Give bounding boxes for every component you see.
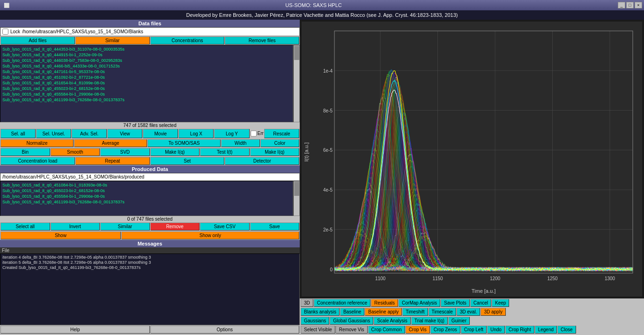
list-item[interactable]: Sub_lyso_0015_rad_It_q0_461199-bi3_76268… — [1, 199, 292, 205]
view-button[interactable]: View — [107, 129, 142, 138]
lock-checkbox[interactable] — [2, 29, 8, 35]
err-checkbox[interactable] — [251, 129, 257, 138]
3d-eval-button[interactable]: 3D eval. — [457, 308, 481, 316]
save-plots-button[interactable]: Save Plots — [441, 299, 470, 307]
list-item[interactable]: Sub_lyso_0015_rad_It_q0_447161-bi-5_9533… — [1, 69, 292, 74]
make-iq-button[interactable]: Make I(q) — [150, 148, 200, 156]
gaussians-button[interactable]: Gaussians — [301, 317, 329, 325]
remove-vis-button[interactable]: Remove Vis — [336, 326, 368, 334]
select-all-button[interactable]: Select all — [0, 223, 50, 231]
list-item[interactable]: Sub_lyso_0015_rad_It_q0_444915-bi-1_2252… — [1, 52, 292, 58]
produced-data-path-bar: /home/ultrascan/HPLC_SAXS/Lyso_15_14_SOM… — [0, 173, 300, 181]
test-it-button[interactable]: Test I(t) — [200, 148, 250, 156]
svd-button[interactable]: SVD — [100, 148, 150, 156]
sel-all-button[interactable]: Sel. all — [0, 129, 36, 138]
legend-button[interactable]: Legend — [535, 326, 557, 334]
trial-make-iq-button[interactable]: Trial make I(q) — [411, 317, 448, 325]
movie-button[interactable]: Movie — [143, 129, 178, 138]
list-item[interactable]: Sub_lyso_0015_rad_It_q0_444353-bi3_31107… — [1, 46, 292, 52]
message-line: iteration 5 delta_BI 3.76268e-08 Itot 2.… — [2, 260, 297, 265]
close-button2[interactable]: Close — [557, 326, 576, 334]
select-visible-button[interactable]: Select Visible — [301, 326, 335, 334]
blanks-analysis-button[interactable]: Blanks analysis — [301, 308, 340, 316]
minimize-button[interactable]: _ — [618, 2, 625, 8]
remove-files-button[interactable]: Remove files — [225, 37, 299, 45]
list-item[interactable]: Sub_lyso_0015_rad_It_q0_4466-bi5_44333e-… — [1, 63, 292, 69]
3d-apply-button[interactable]: 3D apply — [481, 308, 505, 316]
help-button[interactable]: Help — [0, 326, 150, 334]
data-files-path-bar: Lock /home/ultrascan/HPLC_SAXS/Lyso_15_1… — [0, 27, 300, 36]
keep-button[interactable]: Keep — [492, 299, 509, 307]
guinier-button[interactable]: Guinier — [448, 317, 470, 325]
similar2-button[interactable]: Similar — [100, 223, 150, 231]
adv-sel-button[interactable]: Adv. Sel. — [72, 129, 107, 138]
maximize-button[interactable]: □ — [626, 2, 634, 8]
timescale-button[interactable]: Timescale — [429, 308, 456, 316]
bin-button[interactable]: Bin — [0, 148, 50, 156]
err-label: Err — [258, 129, 264, 138]
concentration-reference-button[interactable]: Concentration reference — [314, 299, 370, 307]
log-x-button[interactable]: Log X — [178, 129, 214, 138]
scale-analysis-button[interactable]: Scale Analysis — [374, 317, 410, 325]
invert-button[interactable]: Invert — [51, 223, 100, 231]
messages-area: iteration 4 delta_BI 3.76268e-08 Itot 2.… — [0, 253, 300, 325]
smooth-button[interactable]: Smooth — [51, 148, 100, 156]
average-button[interactable]: Average — [74, 139, 147, 147]
right-btn-row3: Gaussians Global Gaussians Scale Analysi… — [300, 316, 644, 325]
add-files-button[interactable]: Add files — [0, 37, 75, 45]
to-somo-sas-button[interactable]: To SOMO/SAS — [148, 139, 221, 147]
list-item[interactable]: Sub_lyso_0015_rad_It_q0_451654-bi-4_8109… — [1, 80, 292, 86]
global-gaussians-button[interactable]: Global Gaussians — [330, 317, 373, 325]
right-panel: 3D Concentration reference Residuals Cor… — [300, 20, 644, 334]
data-files-btn-row1: Add files Similar Concentrations Remove … — [0, 36, 300, 45]
3d-button[interactable]: 3D — [301, 299, 313, 307]
similar-button[interactable]: Similar — [75, 37, 150, 45]
list-item[interactable]: Sub_lyso_0015_rad_It_q0_451084-bi-1_0183… — [1, 182, 292, 188]
list-item[interactable]: Sub_lyso_0015_rad_It_q0_451092-bi-2_8772… — [1, 74, 292, 80]
produced-data-list[interactable]: Sub_lyso_0015_rad_It_q0_451084-bi-1_0183… — [0, 181, 293, 216]
produced-data-header: Produced Data — [0, 165, 300, 173]
data-files-scrollbar[interactable] — [293, 45, 300, 122]
list-item[interactable]: Sub_lyso_0015_rad_It_q0_455023-bi-2_6815… — [1, 86, 292, 91]
set-button[interactable]: Set — [150, 157, 225, 165]
detector-button[interactable]: Detector — [225, 157, 299, 165]
save-csv-button[interactable]: Save CSV — [200, 223, 250, 231]
cormap-analysis-button[interactable]: CorMap Analysis — [399, 299, 440, 307]
list-item[interactable]: Sub_lyso_0015_rad_It_q0_446038-bi7_7583e… — [1, 58, 292, 63]
list-item[interactable]: Sub_lyso_0015_rad_It_q0_455584-bi-1_2990… — [1, 91, 292, 97]
undo-button[interactable]: Undo — [487, 326, 505, 334]
color-button[interactable]: Color — [260, 139, 299, 147]
save-button[interactable]: Save — [250, 223, 300, 231]
concentrations-button[interactable]: Concentrations — [150, 37, 225, 45]
make-iq2-button[interactable]: Make I(q) — [250, 148, 300, 156]
crop-left-button[interactable]: Crop Left — [461, 326, 487, 334]
crop-vis-button[interactable]: Crop Vis — [406, 326, 430, 334]
data-files-list[interactable]: Sub_lyso_0015_rad_It_q0_444353-bi3_31107… — [0, 45, 293, 122]
crop-common-button[interactable]: Crop Common — [368, 326, 405, 334]
crop-right-button[interactable]: Crop Right — [505, 326, 534, 334]
baseline-button[interactable]: Baseline — [340, 308, 364, 316]
right-btn-row2: Blanks analysis Baseline Baseline apply … — [300, 307, 644, 316]
repeat-button[interactable]: Repeat — [75, 157, 150, 165]
rescale-button[interactable]: Rescale — [264, 129, 299, 138]
sel-unsel-button[interactable]: Sel. Unsel. — [36, 129, 71, 138]
show-button[interactable]: Show — [0, 231, 121, 239]
list-item[interactable]: Sub_lyso_0015_rad_It_q0_461199-bi3_76268… — [1, 97, 292, 103]
options-button[interactable]: Options — [150, 326, 300, 334]
list-item[interactable]: Sub_lyso_0015_rad_It_q0_455584-bi-1_2990… — [1, 194, 292, 199]
timeshift-button[interactable]: Timeshift — [402, 308, 428, 316]
crop-zeros-button[interactable]: Crop Zeros — [430, 326, 460, 334]
produced-data-scrollbar[interactable] — [293, 181, 300, 216]
residuals-button[interactable]: Residuals — [371, 299, 398, 307]
concentration-load-button[interactable]: Concentration load — [0, 157, 75, 165]
show-only-button[interactable]: Show only — [121, 231, 299, 239]
close-button[interactable]: × — [635, 2, 642, 8]
width-button[interactable]: Width — [221, 139, 260, 147]
remove-button[interactable]: Remove — [150, 223, 200, 231]
baseline-apply-button[interactable]: Baseline apply — [365, 308, 402, 316]
normalize-button[interactable]: Normalize — [0, 139, 74, 147]
list-item[interactable]: Sub_lyso_0015_rad_It_q0_455023-bi-2_6815… — [1, 188, 292, 194]
log-y-button[interactable]: Log Y — [214, 129, 249, 138]
cancel-button[interactable]: Cancel — [470, 299, 491, 307]
messages-file-label: File — [0, 247, 300, 253]
